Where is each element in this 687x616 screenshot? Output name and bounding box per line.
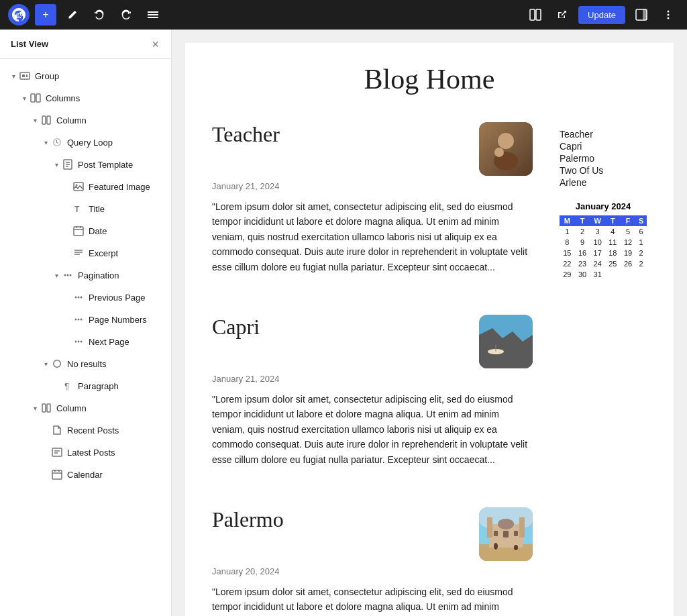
tree-item-column1[interactable]: ▾ Column [3, 109, 168, 131]
tree-item-pagination[interactable]: ▾ Pagination [3, 264, 168, 286]
tree-item-posttemplate[interactable]: ▾ Post Template [3, 154, 168, 175]
sidebar-link-palermo[interactable]: Palermo [560, 153, 647, 164]
svg-rect-70 [519, 517, 525, 537]
edit-button[interactable] [62, 4, 83, 25]
tree-item-group[interactable]: ▾ Group [3, 65, 168, 87]
cal-cell: 2 [635, 248, 647, 258]
pagination-label: Pagination [78, 270, 119, 280]
undo-button[interactable] [89, 4, 110, 25]
cal-cell [621, 269, 636, 280]
post-header-capri: Capri [212, 315, 533, 368]
blog-posts: Teacher [212, 122, 533, 616]
tree-item-queryloop[interactable]: ▾ Query Loop [3, 132, 168, 153]
view-button[interactable] [525, 4, 546, 25]
content-area: Blog Home Teacher [172, 30, 687, 616]
tree-item-column2[interactable]: ▾ Column [3, 397, 168, 419]
list-view-sidebar: List View × ▾ Group ▾ Columns [0, 30, 172, 616]
cal-cell: 1 [635, 237, 647, 248]
sidebar-link-arlene[interactable]: Arlene [560, 177, 647, 188]
latestposts-label: Latest Posts [67, 448, 115, 458]
tree-item-paragraph[interactable]: ▾ ¶ Paragraph [3, 375, 168, 397]
paragraph-label: Paragraph [78, 381, 119, 391]
sidebar-close-button[interactable]: × [150, 37, 160, 52]
excerpt-label: Excerpt [89, 248, 118, 258]
svg-rect-13 [31, 94, 35, 102]
pagenumbers-icon [72, 313, 85, 325]
post-title-teacher[interactable]: Teacher [212, 122, 466, 147]
cal-cell: 17 [590, 248, 605, 258]
update-button[interactable]: Update [578, 6, 625, 24]
queryloop-label: Query Loop [67, 138, 113, 148]
menu-button[interactable] [142, 4, 164, 25]
toolbar: + Update [0, 0, 687, 30]
post-title-capri[interactable]: Capri [212, 315, 466, 340]
excerpt-icon [72, 247, 85, 259]
sidebar-link-teacher[interactable]: Teacher [560, 129, 647, 140]
blog-title: Blog Home [185, 43, 674, 102]
cal-cell: 18 [605, 248, 621, 258]
tree-item-excerpt[interactable]: ▾ Excerpt [3, 242, 168, 264]
chevron-queryloop: ▾ [40, 137, 51, 148]
cal-cell: 11 [605, 237, 621, 248]
sidebar-header: List View × [0, 30, 171, 59]
tree-item-calendar[interactable]: ▾ Calendar [3, 464, 168, 485]
cal-cell: 26 [621, 258, 636, 269]
tree-list: ▾ Group ▾ Columns ▾ Column [0, 59, 171, 491]
svg-rect-44 [42, 404, 46, 412]
cal-header-w: W [590, 215, 605, 226]
tree-item-recentposts[interactable]: ▾ Recent Posts [3, 419, 168, 441]
cal-cell: 5 [621, 226, 636, 237]
cal-cell: 8 [560, 237, 575, 248]
cal-row-4: 22 23 24 25 26 2 [560, 258, 647, 269]
latestposts-icon [51, 446, 63, 458]
svg-point-42 [81, 341, 83, 343]
wordpress-logo[interactable] [8, 4, 30, 25]
tree-item-title[interactable]: ▾ T Title [3, 198, 168, 219]
svg-point-7 [668, 11, 670, 13]
previouspage-label: Previous Page [89, 293, 146, 303]
pagenumbers-label: Page Numbers [89, 315, 147, 325]
add-button[interactable]: + [35, 4, 56, 25]
column1-label: Column [56, 115, 87, 125]
post-title-palermo[interactable]: Palermo [212, 507, 466, 532]
svg-point-33 [70, 274, 72, 276]
svg-point-34 [75, 297, 77, 299]
svg-rect-45 [47, 404, 50, 412]
tree-item-nextpage[interactable]: ▾ Next Page [3, 331, 168, 352]
tree-item-columns[interactable]: ▾ Columns [3, 87, 168, 109]
posttemplate-label: Post Template [78, 160, 133, 170]
cal-row-5: 29 30 31 [560, 269, 647, 280]
chevron-noresults: ▾ [40, 358, 51, 369]
svg-rect-15 [42, 116, 46, 124]
calendar-month-year: January 2024 [560, 201, 647, 211]
tree-item-latestposts[interactable]: ▾ Latest Posts [3, 442, 168, 463]
cal-header-m: M [560, 215, 575, 226]
svg-point-55 [498, 133, 514, 149]
external-link-button[interactable] [551, 4, 573, 25]
post-excerpt-palermo: "Lorem ipsum dolor sit amet, consectetur… [212, 584, 533, 616]
cal-cell: 2 [575, 226, 590, 237]
svg-rect-49 [52, 470, 62, 479]
tree-item-previouspage[interactable]: ▾ Previous Page [3, 287, 168, 308]
svg-point-32 [67, 274, 69, 276]
tree-item-featuredimage[interactable]: ▾ Featured Image [3, 176, 168, 197]
svg-point-31 [64, 274, 66, 276]
post-date-capri: January 21, 2024 [212, 374, 533, 384]
redo-button[interactable] [115, 4, 137, 25]
sidebar-link-twofus[interactable]: Two Of Us [560, 165, 647, 176]
title-label: Title [89, 204, 105, 214]
sidebar-toggle-button[interactable] [631, 4, 652, 25]
date-label: Date [89, 226, 107, 236]
tree-item-noresults[interactable]: ▾ No results [3, 353, 168, 374]
nextpage-label: Next Page [89, 337, 129, 347]
svg-rect-69 [487, 517, 492, 537]
tree-item-pagenumbers[interactable]: ▾ Page Numbers [3, 309, 168, 330]
previouspage-icon [72, 291, 85, 303]
tree-item-date[interactable]: ▾ Date [3, 220, 168, 242]
more-options-button[interactable] [657, 4, 679, 25]
svg-point-39 [81, 319, 83, 321]
svg-rect-24 [74, 227, 83, 236]
svg-rect-73 [514, 531, 518, 536]
sidebar-link-capri[interactable]: Capri [560, 141, 647, 152]
blog-main: Teacher [185, 102, 674, 616]
